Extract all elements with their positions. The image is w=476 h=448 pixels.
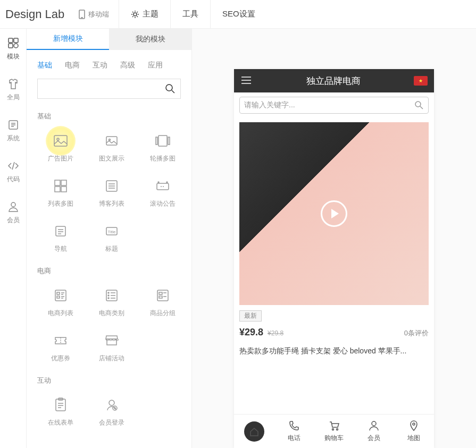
menu-icon[interactable] (240, 75, 253, 87)
svg-point-51 (108, 298, 109, 299)
rail-system[interactable]: 系统 (0, 111, 26, 151)
rail-code[interactable]: 代码 (0, 151, 26, 192)
tools-link[interactable]: 工具 (170, 0, 210, 29)
cart-icon (328, 420, 340, 432)
phone-title: 独立品牌电商 (253, 75, 414, 87)
section-basic: 基础 (37, 112, 186, 121)
mod-ecom-cat[interactable]: 电商类别 (88, 282, 135, 323)
category-icon (104, 288, 119, 303)
nav-member[interactable]: 会员 (354, 415, 394, 448)
home-icon (244, 421, 264, 442)
svg-point-69 (415, 102, 421, 107)
mod-carousel[interactable]: 轮播多图 (139, 128, 186, 168)
phone-frame: 独立品牌电商 ★ 请输入关键字... 最新 ¥29.8 ¥29.8 0条评价 热… (234, 69, 434, 448)
svg-rect-22 (61, 180, 66, 185)
rail-member[interactable]: 会员 (0, 192, 26, 233)
nav-home[interactable] (234, 415, 274, 448)
system-icon (7, 119, 19, 131)
image-text-icon (104, 133, 119, 148)
member-icon (368, 420, 380, 432)
mod-ecom-list[interactable]: 电商列表 (37, 282, 84, 323)
mod-ad-image[interactable]: 广告图片 (37, 128, 84, 168)
product-title: 热卖款多功能手绳 插卡支架 爱心 beloved 苹果手... (239, 346, 429, 356)
svg-point-64 (109, 400, 114, 405)
search-icon[interactable] (160, 83, 180, 94)
subtab-ecom[interactable]: 电商 (65, 61, 80, 70)
subtab-interact[interactable]: 互动 (93, 61, 107, 70)
svg-point-47 (108, 292, 109, 293)
svg-point-73 (372, 421, 376, 426)
shop-icon (104, 333, 119, 348)
tab-new-module[interactable]: 新增模块 (27, 29, 109, 50)
subtab-row: 基础 电商 互动 高级 应用 (27, 50, 191, 75)
search-placeholder: 请输入关键字... (244, 100, 414, 110)
nav-map[interactable]: 地图 (394, 415, 434, 448)
code-icon (7, 160, 19, 172)
nav-cart[interactable]: 购物车 (314, 415, 354, 448)
logo: Design Lab (0, 0, 69, 29)
phone-search[interactable]: 请输入关键字... (239, 97, 429, 114)
search-input[interactable] (38, 84, 160, 93)
notice-icon (155, 179, 170, 193)
svg-rect-4 (14, 38, 18, 43)
mod-member-login[interactable]: 会员登录 (88, 392, 135, 433)
flag-icon[interactable]: ★ (414, 76, 428, 86)
subtab-app[interactable]: 应用 (148, 61, 163, 70)
nav-icon (53, 224, 68, 239)
list-icon (104, 179, 119, 193)
phone-header: 独立品牌电商 ★ (234, 69, 434, 92)
top-bar: Design Lab 移动端 主题 工具 SEO设置 (0, 0, 476, 29)
mod-product-group[interactable]: 商品分组 (139, 282, 186, 323)
svg-rect-3 (9, 38, 13, 43)
phone-nav: 电话 购物车 会员 地图 (234, 414, 434, 448)
svg-point-49 (108, 295, 109, 296)
image-icon (53, 133, 68, 148)
product-image[interactable] (239, 122, 429, 305)
svg-rect-14 (54, 136, 67, 146)
svg-line-70 (420, 106, 423, 109)
svg-point-11 (11, 202, 15, 207)
svg-line-13 (172, 90, 174, 93)
mod-online-form[interactable]: 在线表单 (37, 392, 84, 433)
left-rail: 模块 全局 系统 代码 会员 (0, 29, 27, 448)
module-scroll[interactable]: 基础 广告图片 图文展示 轮播多图 列表多图 博客列表 (27, 104, 191, 448)
mod-scroll-notice[interactable]: 滚动公告 (139, 173, 186, 214)
mod-list-image[interactable]: 列表多图 (37, 173, 84, 214)
mod-title[interactable]: Title 标题 (88, 218, 135, 259)
theme-link[interactable]: 主题 (119, 0, 170, 29)
map-icon (408, 420, 420, 432)
mod-nav[interactable]: 导航 (37, 218, 84, 259)
subtab-basic[interactable]: 基础 (37, 61, 52, 70)
svg-rect-59 (56, 399, 65, 411)
svg-point-30 (158, 182, 159, 183)
shirt-icon (7, 78, 19, 90)
seo-link[interactable]: SEO设置 (210, 0, 267, 29)
svg-point-71 (332, 429, 334, 430)
module-panel: 新增模块 我的模块 基础 电商 互动 高级 应用 基础 广告图片 图文展示 轮播… (27, 29, 192, 448)
device-label: 移动端 (88, 10, 109, 19)
device-selector[interactable]: 移动端 (69, 0, 119, 29)
module-search[interactable] (37, 79, 181, 99)
rail-modules[interactable]: 模块 (0, 29, 26, 70)
mod-blog-list[interactable]: 博客列表 (88, 173, 135, 214)
mod-coupon[interactable]: 优惠券 (37, 327, 84, 368)
svg-rect-33 (56, 226, 65, 236)
svg-rect-5 (9, 44, 13, 48)
svg-rect-19 (156, 137, 157, 145)
play-icon[interactable] (321, 200, 347, 227)
price-old: ¥29.8 (268, 329, 283, 337)
nav-phone[interactable]: 电话 (274, 415, 314, 448)
group-icon (155, 288, 170, 303)
ecom-list-icon (53, 288, 68, 303)
subtab-advanced[interactable]: 高级 (120, 61, 135, 70)
panel-tabs: 新增模块 我的模块 (27, 29, 191, 50)
rail-global[interactable]: 全局 (0, 70, 26, 111)
svg-rect-39 (55, 290, 66, 301)
mod-shop-activity[interactable]: 店铺活动 (88, 327, 135, 368)
product-card[interactable]: 最新 ¥29.8 ¥29.8 0条评价 热卖款多功能手绳 插卡支架 爱心 bel… (234, 118, 434, 360)
tab-my-module[interactable]: 我的模块 (109, 29, 191, 50)
svg-rect-43 (57, 296, 60, 298)
gear-icon (131, 10, 139, 19)
carousel-icon (155, 133, 170, 148)
mod-image-text[interactable]: 图文展示 (88, 128, 135, 168)
